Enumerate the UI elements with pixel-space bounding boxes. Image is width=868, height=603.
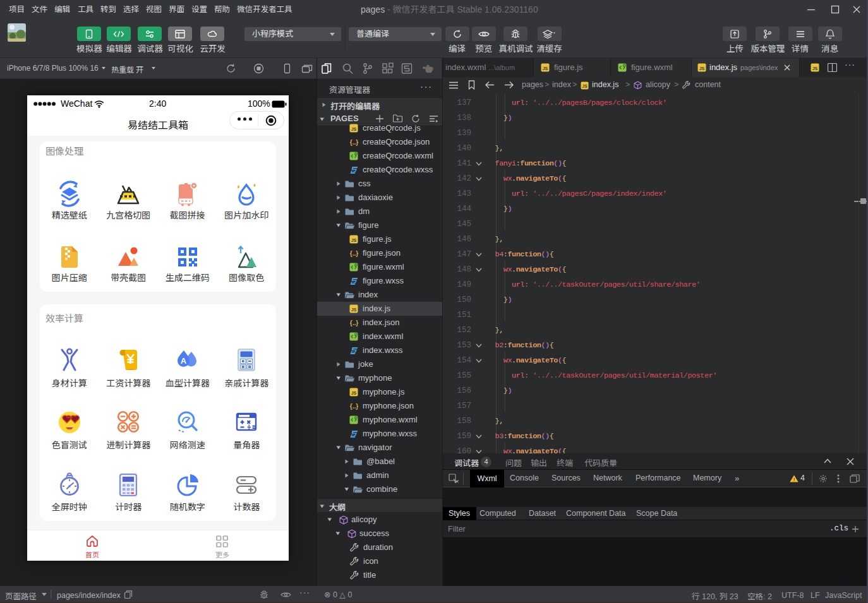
svg-text:!: ! <box>793 477 795 482</box>
svg-text:JS: JS <box>351 391 357 395</box>
svg-text:{..}: {..} <box>350 403 358 410</box>
svg-text:JS: JS <box>351 238 357 242</box>
svg-text:{..}: {..} <box>350 319 358 326</box>
svg-text:{..}: {..} <box>350 139 358 146</box>
svg-text:JS: JS <box>351 307 357 312</box>
svg-text:JS: JS <box>543 66 548 71</box>
svg-text:JS: JS <box>351 127 357 131</box>
svg-text:{..}: {..} <box>350 250 358 257</box>
svg-text:JS: JS <box>699 66 705 71</box>
svg-text:JS: JS <box>582 84 588 88</box>
svg-text:JS: JS <box>812 66 818 71</box>
svg-text:A: A <box>180 356 186 366</box>
